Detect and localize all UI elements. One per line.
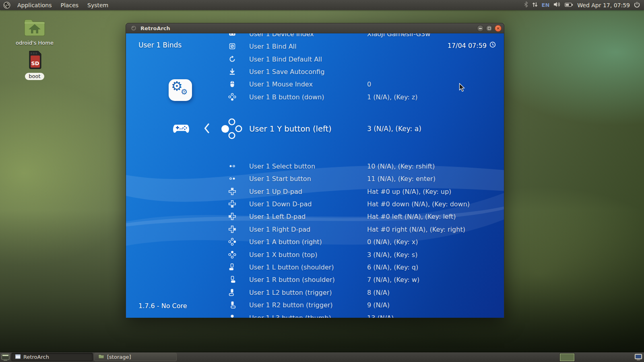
home-folder-icon [23,31,46,39]
keyboard-layout-indicator[interactable]: EN [542,2,550,8]
select-icon [228,162,236,170]
menu-item[interactable]: User 1 Right D-pad Hat #0 right (N/A), (… [126,223,504,235]
menu-rows-bottom: User 1 Select button 10 (N/A), (Key: rsh… [126,160,504,318]
menu-item-value: 3 (N/A), (Key: a) [367,125,421,133]
volume-icon[interactable] [553,2,561,8]
reload-icon [228,55,236,63]
menu-item-label: User 1 R button (shoulder) [249,276,335,284]
menu-item-label: User 1 Save Autoconfig [249,68,324,75]
menu-item-label: User 1 Bind Default All [249,55,322,63]
menu-item-value: Hat #0 right (N/A), (Key: right) [367,225,465,233]
menu-item-value: 10 (N/A), (Key: rshift) [367,162,435,170]
window-titlebar[interactable]: RetroArch ✕ [126,23,504,33]
menu-item-value: 7 (N/A), (Key: w) [367,276,419,284]
menu-item-label: User 1 Up D-pad [249,187,302,195]
monitor-applet-icon[interactable] [634,354,642,362]
menu-item[interactable]: User 1 Up D-pad Hat #0 up (N/A), (Key: u… [126,185,504,197]
menu-item-value: Hat #0 down (N/A), (Key: down) [367,200,470,208]
menu-item-value: 0 (N/A), (Key: x) [367,238,418,246]
desktop-icon-home[interactable]: odroid's Home [10,18,59,46]
stick-l3-icon [228,314,236,318]
panel-clock[interactable]: Wed Apr 17, 07:59 [577,2,630,8]
menu-item[interactable]: User 1 A button (right) 0 (N/A), (Key: x… [126,235,504,248]
retroarch-window: RetroArch ✕ User 1 Binds 17/04 07:59 [126,23,504,318]
workspace-switcher[interactable] [559,353,575,362]
dpad-up-icon [228,187,236,195]
menu-item[interactable]: User 1 Bind All [126,40,504,52]
minimize-button[interactable] [477,25,484,32]
menu-item-label: User 1 Down D-pad [249,200,312,208]
menu-item-label: User 1 B button (down) [249,93,324,101]
menu-item-value: 1 (N/A), (Key: z) [367,93,417,101]
desktop: Applications Places System EN Wed Apr 17… [0,0,644,362]
trigger-r2-icon [228,301,236,309]
btn-down-icon [228,93,236,101]
battery-icon[interactable] [565,2,573,8]
menu-item-value: 9 (N/A) [367,301,390,309]
menu-item[interactable]: User 1 Save Autoconfig [126,65,504,78]
face-button-left-icon [221,117,243,140]
menu-item-label: User 1 A button (right) [249,238,322,246]
menu-item-value: Hat #0 left (N/A), (Key: left) [367,213,456,220]
window-title: RetroArch [140,25,170,31]
power-icon[interactable] [634,2,640,9]
menu-item-value: 11 (N/A), (Key: enter) [367,175,436,183]
menu-item-label: User 1 Right D-pad [249,225,310,233]
menu-item[interactable]: User 1 X button (top) 3 (N/A), (Key: s) [126,248,504,261]
menu-item[interactable]: User 1 B button (down) 1 (N/A), (Key: z) [126,90,504,103]
menu-item-value: 13 (N/A) [367,314,394,318]
trigger-l2-icon [228,288,236,296]
shoulder-r-icon [228,276,236,284]
menu-item-label: User 1 Device Index [249,33,314,37]
dpad-right-icon [228,225,236,233]
mouse-cursor [459,83,465,94]
menu-item[interactable]: User 1 Bind Default All [126,53,504,65]
menu-item[interactable]: User 1 R button (shoulder) 7 (N/A), (Key… [126,274,504,286]
menu-item-selected[interactable]: User 1 Y button (left) 3 (N/A), (Key: a) [126,116,504,141]
dpad-down-icon [228,200,236,208]
start-icon [228,175,236,183]
menu-item-label: User 1 L button (shoulder) [249,263,334,271]
bluetooth-icon[interactable] [524,1,528,9]
gamepad-icon [228,33,236,38]
desktop-icon-boot[interactable]: SD boot [10,50,59,80]
menu-system[interactable]: System [83,0,113,10]
menu-item[interactable]: User 1 L3 button (thumb) 13 (N/A) [126,311,504,318]
btn-right-icon [228,238,236,246]
menu-item[interactable]: User 1 L2 button (trigger) 8 (N/A) [126,286,504,298]
sd-card-icon: SD [25,64,44,72]
taskbar-button-storage[interactable]: [storage] [94,353,177,361]
desktop-icon-label: boot [25,73,44,80]
menu-item[interactable]: User 1 L button (shoulder) 6 (N/A), (Key… [126,261,504,273]
folder-icon [98,354,104,360]
distro-logo-icon[interactable] [3,2,10,9]
btn-top-icon [228,251,236,259]
taskbar-button-retroarch[interactable]: RetroArch [11,353,93,361]
menu-item[interactable]: User 1 Down D-pad Hat #0 down (N/A), (Ke… [126,197,504,210]
maximize-button[interactable] [486,25,493,32]
close-button[interactable]: ✕ [495,25,502,32]
network-traffic-icon[interactable] [532,2,538,9]
mouse-icon [228,80,236,88]
menu-item-label: User 1 Left D-pad [249,213,305,220]
menu-item-label: User 1 L2 button (trigger) [249,288,332,296]
window-thumb-icon [15,354,21,360]
bind-all-icon [228,42,236,50]
show-desktop-icon[interactable] [1,354,10,362]
menu-item[interactable]: User 1 Mouse Index 0 [126,78,504,90]
menu-item-label: User 1 Mouse Index [249,80,313,88]
menu-item[interactable]: User 1 Start button 11 (N/A), (Key: ente… [126,172,504,185]
menu-applications[interactable]: Applications [13,0,56,10]
menu-item-label: User 1 Y button (left) [249,124,332,134]
menu-item-label: User 1 R2 button (trigger) [249,301,333,309]
menu-item[interactable]: User 1 Left D-pad Hat #0 left (N/A), (Ke… [126,210,504,223]
menu-item[interactable]: User 1 Select button 10 (N/A), (Key: rsh… [126,160,504,172]
menu-item[interactable]: User 1 Device Index XiaoJi Gamesir-G3w [126,33,504,40]
window-icon [131,25,136,31]
core-status: 1.7.6 - No Core [138,302,187,310]
menu-places[interactable]: Places [56,0,83,10]
menu-item-value: XiaoJi Gamesir-G3w [367,33,430,37]
menu-rows-top: User 1 Device Index XiaoJi Gamesir-G3w U… [126,33,504,103]
xmb-menu: User 1 Binds 17/04 07:59 ⚙ ⚙ User 1 Devi… [126,33,504,318]
bottom-taskbar: RetroArch [storage] [0,352,644,362]
